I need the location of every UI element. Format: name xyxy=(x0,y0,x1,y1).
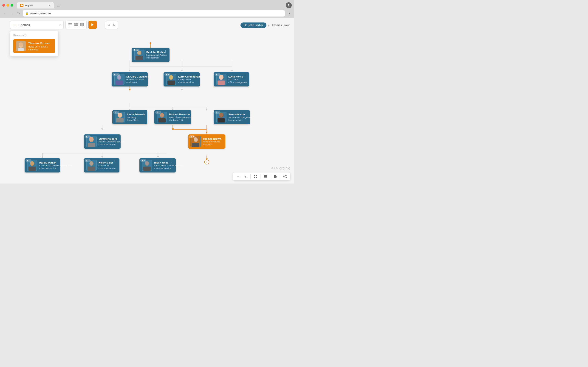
svg-point-85 xyxy=(157,111,158,112)
node-ricky-white[interactable]: 1 Ricky White Apprentice Customer Servic… xyxy=(139,158,176,173)
play-button[interactable] xyxy=(88,21,97,29)
svg-rect-84 xyxy=(116,118,124,123)
node-name-richard-brewster: Richard Brewster xyxy=(169,113,184,116)
svg-rect-5 xyxy=(76,23,78,25)
node-name-larry-cunningham: Larry Cunningham xyxy=(178,75,192,78)
breadcrumb-root[interactable]: Dr. John Barber xyxy=(241,23,266,28)
node-dept-henry-miller: Customer service xyxy=(99,167,112,169)
node-thomas-brown[interactable]: 4 Thomas Brown Head of Finances Finances… xyxy=(188,134,225,149)
lock-icon: 🔒 xyxy=(25,12,28,15)
node-info-layla-norris: Layla Norris Secretary Office Management xyxy=(228,75,242,83)
node-menu-harold-parker[interactable]: ⋮ xyxy=(55,160,58,164)
node-role-sienna-martin: Secretary of Mangement xyxy=(228,116,242,119)
svg-marker-46 xyxy=(101,128,103,130)
svg-rect-64 xyxy=(136,56,143,60)
dropdown-person-role: Head of Finances xyxy=(28,45,50,48)
node-menu-summer-moore[interactable]: ⋮ xyxy=(115,136,118,140)
svg-rect-3 xyxy=(69,26,72,26)
node-larry-cunningham[interactable]: 8 Larry Cunningham Safety Officer Intern… xyxy=(164,72,200,86)
back-button[interactable]: ‹ xyxy=(2,11,7,16)
dropdown-person-name: Thomas Brown xyxy=(28,42,50,45)
zoom-in-button[interactable]: + xyxy=(243,174,248,179)
tab-close-button[interactable]: × xyxy=(49,4,51,7)
close-button[interactable] xyxy=(2,4,5,7)
node-name-thomas-brown: Thomas Brown xyxy=(203,137,218,140)
refresh-button[interactable]: ↻ xyxy=(16,11,21,16)
svg-rect-15 xyxy=(18,48,24,51)
node-count-john-barber: 42 xyxy=(132,49,140,51)
svg-rect-1 xyxy=(69,23,72,24)
node-menu-henry-miller[interactable]: ⋮ xyxy=(114,160,117,164)
address-bar[interactable]: 🔒 www.orginio.com xyxy=(23,10,285,17)
svg-point-80 xyxy=(115,111,116,112)
print-button[interactable] xyxy=(273,174,278,179)
node-menu-thomas-brown[interactable]: ⋮ xyxy=(220,136,223,140)
undo-redo-toolbar: ↺ ↻ xyxy=(105,21,118,29)
minimize-button[interactable] xyxy=(6,4,9,7)
node-count-thomas-brown: 4 xyxy=(189,135,195,138)
svg-rect-124 xyxy=(256,175,257,176)
node-info-gary-coleman: Dr. Gary Coleman Head of Production Prod… xyxy=(126,75,141,83)
node-layla-norris[interactable]: 1 Layla Norris Secretary Office Manageme… xyxy=(214,72,249,86)
node-dept-sienna-martin: Management xyxy=(228,119,242,121)
breadcrumb-current: Thomas Brown xyxy=(272,24,290,27)
bottom-toolbar: − + xyxy=(233,173,290,180)
svg-marker-55 xyxy=(157,156,159,158)
breadcrumb-separator: « xyxy=(268,23,270,27)
svg-marker-53 xyxy=(42,156,43,158)
fit-view-button[interactable] xyxy=(253,174,258,179)
node-linda-edwards[interactable]: 5 Linda Edwards Secretary Back Office ⋮ xyxy=(112,110,147,124)
svg-rect-94 xyxy=(217,118,225,123)
node-john-barber[interactable]: 42 Dr. John Barber Management Partner Ma… xyxy=(132,48,170,62)
list-view-button[interactable] xyxy=(68,22,73,27)
card-view-button[interactable] xyxy=(79,22,85,27)
browser-menu-button[interactable]: ⋮ xyxy=(288,11,292,16)
node-menu-larry-cunningham[interactable]: ⋮ xyxy=(194,74,198,78)
node-role-larry-cunningham: Safety Officer xyxy=(178,78,192,81)
search-dropdown: Persons (1) Thomas Brown Head of Finance… xyxy=(10,31,58,56)
redo-button[interactable]: ↻ xyxy=(112,23,115,27)
search-clear-button[interactable]: × xyxy=(59,23,61,27)
node-harold-parker[interactable]: 1 Harold Parker Customer Service Represe… xyxy=(25,158,60,173)
svg-text:+: + xyxy=(206,161,208,163)
zoom-out-button[interactable]: − xyxy=(236,174,241,179)
node-menu-layla-norris[interactable]: ⋮ xyxy=(244,74,247,78)
dropdown-person-dept: Finances xyxy=(28,48,50,51)
node-name-john-barber: Dr. John Barber xyxy=(146,51,162,53)
node-summer-moore[interactable]: 8 Summer Moore Head of Customer service … xyxy=(84,134,121,149)
node-menu-john-barber[interactable]: ⋮ xyxy=(164,50,167,53)
node-menu-linda-edwards[interactable]: ⋮ xyxy=(142,112,145,116)
node-gary-coleman[interactable]: 18 Dr. Gary Coleman Head of Production P… xyxy=(112,72,148,86)
node-menu-ricky-white[interactable]: ⋮ xyxy=(170,160,173,164)
svg-marker-38 xyxy=(206,109,208,111)
tab-bar: orginio × ▭ xyxy=(17,2,284,8)
node-role-gary-coleman: Head of Production xyxy=(126,78,141,81)
dropdown-result-item[interactable]: Thomas Brown Head of Finances Finances xyxy=(13,39,55,53)
active-tab[interactable]: orginio × xyxy=(17,2,54,8)
share-button[interactable] xyxy=(283,174,288,179)
node-henry-miller[interactable]: 8 Henry Miller Consultant Customer servi… xyxy=(84,158,120,173)
node-role-harold-parker: Customer Service Representative xyxy=(39,164,53,167)
svg-point-133 xyxy=(284,176,284,177)
maximize-button[interactable] xyxy=(10,4,13,7)
forward-button[interactable]: › xyxy=(9,11,14,16)
search-input[interactable] xyxy=(19,23,58,27)
node-sienna-martin[interactable]: 1 Sienna Martin Secretary of Mangement M… xyxy=(214,110,250,124)
svg-marker-11 xyxy=(91,23,94,26)
settings-button[interactable] xyxy=(263,174,268,179)
grid-view-button[interactable] xyxy=(73,22,78,27)
undo-button[interactable]: ↺ xyxy=(107,23,111,27)
svg-marker-57 xyxy=(206,158,208,160)
node-menu-gary-coleman[interactable]: ⋮ xyxy=(142,74,146,78)
svg-rect-7 xyxy=(76,25,78,26)
node-menu-sienna-martin[interactable]: ⋮ xyxy=(244,112,248,116)
search-box: ⋮⋮ × xyxy=(10,21,64,29)
new-tab-button[interactable]: ▭ xyxy=(55,2,61,8)
svg-marker-42 xyxy=(172,128,174,130)
svg-marker-25 xyxy=(129,70,131,72)
svg-marker-29 xyxy=(129,89,131,91)
node-menu-richard-brewster[interactable]: ⋮ xyxy=(186,112,189,116)
profile-button[interactable] xyxy=(286,2,292,8)
node-richard-brewster[interactable]: 4 Richard Brewster Head of Hardware & IT… xyxy=(154,110,191,124)
svg-point-73 xyxy=(169,75,173,79)
